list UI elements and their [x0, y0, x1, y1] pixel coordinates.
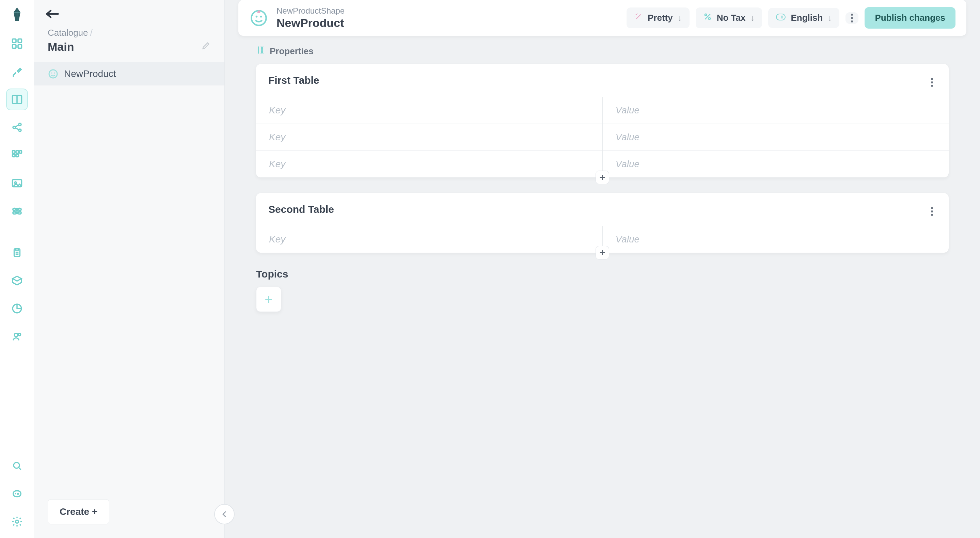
properties-icon: [256, 45, 266, 57]
nav-dashboard[interactable]: [7, 33, 27, 54]
svg-rect-10: [19, 151, 21, 154]
breadcrumb: Catalogue/: [48, 27, 211, 38]
table-name: Second Table: [268, 204, 334, 215]
chevron-down-icon: ↓: [750, 13, 754, 23]
nav-translate[interactable]: [7, 484, 27, 504]
nav-image[interactable]: [7, 173, 27, 193]
rail-primary-group: [7, 33, 27, 221]
svg-point-27: [54, 73, 55, 73]
value-input[interactable]: [615, 158, 937, 170]
sidebar: Catalogue/ Main NewProduct Create +: [34, 0, 225, 538]
tax-dropdown[interactable]: No Tax ↓: [696, 8, 762, 28]
properties-section-label: Properties: [270, 46, 313, 57]
chevron-down-icon: ↓: [827, 13, 832, 23]
collapse-sidebar-button[interactable]: [214, 504, 235, 524]
value-input[interactable]: [615, 105, 937, 116]
svg-rect-1: [18, 39, 22, 43]
svg-rect-33: [776, 14, 785, 20]
nav-package[interactable]: [7, 271, 27, 291]
nav-share[interactable]: [7, 117, 27, 138]
rail-footer-group: [7, 455, 27, 532]
sidebar-title: Main: [48, 40, 74, 54]
table-more-button[interactable]: [928, 73, 936, 88]
svg-point-25: [49, 70, 57, 78]
sidebar-item-label: NewProduct: [64, 68, 116, 80]
properties-table: Second Table+: [256, 193, 949, 253]
breadcrumb-root[interactable]: Catalogue: [48, 27, 88, 38]
nav-catalogue[interactable]: [7, 89, 27, 110]
add-topic-button[interactable]: +: [256, 287, 281, 312]
svg-rect-2: [12, 45, 16, 48]
nav-pipette[interactable]: [7, 61, 27, 82]
add-row-button[interactable]: +: [595, 170, 609, 184]
svg-point-31: [705, 14, 706, 16]
svg-point-32: [708, 18, 710, 19]
language-label: English: [791, 13, 822, 23]
more-vertical-icon: [931, 81, 933, 83]
tax-label: No Tax: [717, 13, 746, 23]
nav-atom[interactable]: [7, 201, 27, 221]
svg-rect-9: [16, 151, 19, 154]
more-vertical-icon: [851, 17, 853, 19]
topics-section-title: Topics: [256, 268, 966, 280]
header-more-button[interactable]: [845, 12, 858, 24]
main-content: NewProductShape NewProduct Pretty ↓ No T…: [225, 0, 980, 538]
create-button[interactable]: Create +: [48, 499, 109, 524]
svg-point-30: [260, 15, 262, 18]
svg-point-28: [251, 11, 266, 25]
nav-analytics[interactable]: [7, 298, 27, 319]
svg-point-26: [51, 73, 52, 73]
key-input[interactable]: [268, 234, 590, 245]
product-header: NewProductShape NewProduct Pretty ↓ No T…: [239, 0, 966, 36]
view-mode-label: Pretty: [648, 13, 673, 23]
chevron-down-icon: ↓: [678, 13, 682, 23]
svg-rect-11: [12, 154, 15, 157]
wand-icon: [634, 12, 643, 24]
svg-rect-12: [16, 154, 19, 157]
svg-point-15: [16, 210, 18, 212]
nav-grid[interactable]: [7, 145, 27, 166]
key-input[interactable]: [268, 131, 590, 143]
product-icon: [249, 8, 268, 27]
properties-table: First Table+: [256, 64, 949, 177]
svg-point-22: [14, 462, 19, 468]
value-input[interactable]: [615, 234, 937, 245]
svg-rect-0: [12, 39, 16, 43]
nav-search[interactable]: [7, 455, 27, 476]
table-more-button[interactable]: [928, 202, 936, 217]
product-name: NewProduct: [277, 16, 345, 30]
table-row: [256, 97, 949, 124]
properties-section: Properties First Table+Second Table+: [256, 45, 949, 253]
back-button[interactable]: [46, 9, 211, 21]
nav-users[interactable]: [7, 326, 27, 347]
svg-point-20: [14, 333, 18, 337]
svg-rect-8: [12, 151, 15, 154]
edit-title-button[interactable]: [201, 41, 211, 53]
svg-rect-3: [18, 45, 22, 48]
table-row: [256, 124, 949, 151]
key-input[interactable]: [268, 158, 590, 170]
table-name: First Table: [268, 75, 319, 86]
svg-rect-23: [13, 491, 21, 497]
svg-point-21: [18, 333, 21, 336]
svg-point-29: [256, 15, 258, 18]
language-icon: [776, 13, 786, 23]
more-vertical-icon: [931, 210, 933, 212]
nav-settings[interactable]: [7, 511, 27, 532]
publish-button[interactable]: Publish changes: [865, 7, 956, 29]
sidebar-tree: NewProduct: [34, 57, 224, 86]
language-dropdown[interactable]: English ↓: [768, 8, 839, 28]
percent-icon: [703, 12, 712, 24]
svg-point-24: [15, 520, 18, 524]
product-shape-label: NewProductShape: [277, 6, 345, 16]
sidebar-item-newproduct[interactable]: NewProduct: [34, 62, 224, 86]
rail-secondary-group: [7, 242, 27, 347]
icon-rail: [0, 0, 34, 538]
view-mode-dropdown[interactable]: Pretty ↓: [627, 8, 690, 28]
value-input[interactable]: [615, 131, 937, 143]
nav-clipboard[interactable]: [7, 242, 27, 263]
app-logo: [9, 6, 25, 22]
add-row-button[interactable]: +: [595, 246, 609, 259]
key-input[interactable]: [268, 105, 590, 116]
